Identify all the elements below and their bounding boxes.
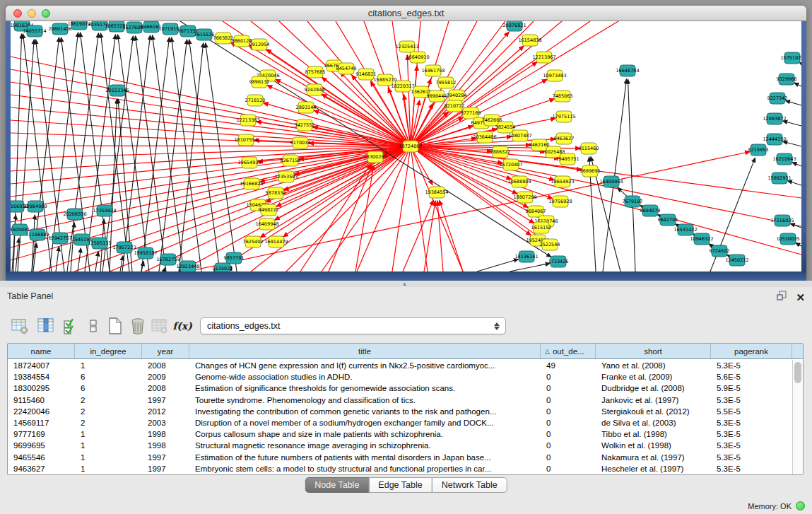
graph-node[interactable]: 7679197 — [623, 196, 643, 207]
graph-node[interactable]: 9463627 — [554, 133, 575, 144]
graph-node[interactable]: 8912954 — [249, 39, 270, 50]
memory-status-icon[interactable] — [796, 501, 805, 510]
graph-node[interactable]: 7615526 — [194, 29, 215, 40]
graph-node[interactable]: 1733426 — [548, 256, 569, 267]
graph-node[interactable]: 7955812 — [436, 77, 457, 88]
network-graph[interactable]: 1872400718816304140557142069140618619074… — [11, 21, 801, 271]
network-canvas[interactable]: 1872400718816304140557142069140618619074… — [11, 21, 801, 271]
graph-node[interactable]: 9498222 — [259, 204, 279, 216]
graph-node[interactable]: 8757685 — [305, 66, 326, 78]
graph-node[interactable]: 7625402 — [243, 236, 264, 247]
graph-node[interactable]: 16961758 — [421, 65, 445, 76]
table-row[interactable]: 1830029562008Estimation of significance … — [8, 382, 792, 394]
graph-node[interactable]: 19654923 — [551, 176, 574, 187]
graph-node[interactable]: 9135022 — [213, 263, 233, 271]
table-row[interactable]: 1938455462009Genome-wide association stu… — [8, 371, 792, 382]
graph-node[interactable]: 16648784 — [616, 65, 639, 76]
graph-node[interactable]: 15751074 — [780, 52, 801, 64]
table-selector-dropdown[interactable]: citations_edges.txt — [200, 317, 506, 334]
graph-node[interactable]: 9242844 — [305, 84, 325, 95]
graph-node[interactable]: 9329966 — [777, 74, 797, 85]
graph-node[interactable]: 7663822 — [213, 33, 234, 44]
table-row[interactable]: 2242004622012Investigating the contribut… — [8, 406, 792, 417]
graph-node[interactable]: 17975115 — [552, 111, 575, 122]
graph-node[interactable]: 7940284 — [447, 90, 467, 101]
tab-network-table[interactable]: Network Table — [432, 477, 507, 493]
column-header-pagerank[interactable]: pagerank — [711, 344, 792, 358]
column-header-year[interactable]: year — [142, 344, 189, 358]
table-row[interactable]: 946554611997Estimation of the future num… — [8, 452, 792, 463]
graph-node[interactable]: 19958187 — [134, 247, 157, 259]
new-column-icon[interactable] — [105, 315, 125, 337]
graph-node[interactable]: 16531422 — [673, 224, 697, 235]
graph-node[interactable]: 16154838 — [518, 35, 541, 46]
graph-node[interactable]: 9115460 — [579, 143, 599, 154]
table-settings-icon[interactable] — [10, 315, 30, 337]
column-header-short[interactable]: short — [596, 344, 711, 358]
graph-node[interactable]: 8215953 — [748, 144, 769, 156]
graph-node[interactable]: 8694079 — [640, 205, 661, 216]
graph-node[interactable]: 12444150 — [763, 134, 786, 145]
graph-node[interactable]: 16210643 — [772, 153, 796, 165]
graph-node[interactable]: 19756928 — [548, 196, 572, 207]
graph-node[interactable]: 17957223 — [112, 242, 136, 253]
graph-node[interactable]: 7485063 — [553, 90, 573, 102]
graph-node[interactable]: 20876821 — [502, 21, 526, 31]
checklist-icon[interactable] — [61, 315, 81, 337]
graph-node[interactable]: 7886322 — [490, 146, 511, 158]
table-row[interactable]: 977716911998Corpus callosum shape and si… — [8, 428, 792, 440]
tab-node-table[interactable]: Node Table — [305, 477, 369, 493]
graph-node[interactable]: 9990444 — [427, 90, 447, 102]
column-header-title[interactable]: title — [189, 344, 541, 358]
graph-node[interactable]: 17216035 — [770, 215, 794, 226]
graph-node[interactable]: 8462160 — [529, 139, 550, 151]
graph-node[interactable]: 12093872 — [763, 113, 786, 124]
table-row[interactable]: 969969511998Structural magnetic resonanc… — [8, 440, 792, 451]
graph-node[interactable]: 3824554 — [495, 122, 516, 133]
column-header-in_degree[interactable]: in_degree — [75, 344, 142, 358]
window-titlebar[interactable]: citations_edges.txt — [6, 6, 806, 21]
graph-node[interactable]: 9857791 — [224, 252, 245, 264]
scrollbar-thumb[interactable] — [794, 362, 801, 383]
table-row[interactable]: 1456911722003Disruption of a novel membe… — [8, 417, 792, 428]
float-panel-icon[interactable] — [776, 290, 787, 304]
column-header-name[interactable]: name — [8, 344, 75, 358]
graph-node[interactable]: 9170034 — [290, 137, 311, 148]
graph-node[interactable]: 17359924 — [93, 205, 116, 216]
close-panel-icon[interactable]: ✕ — [796, 292, 805, 303]
function-builder-icon[interactable]: f(x) — [172, 315, 192, 337]
graph-node[interactable]: 9227342 — [767, 93, 788, 104]
cell-title: Estimation of the future numbers of pati… — [189, 453, 541, 462]
graph-node[interactable]: 3427552 — [295, 119, 315, 131]
graph-node[interactable]: 10688809 — [507, 176, 531, 187]
graph-node[interactable]: 8267150 — [281, 155, 301, 166]
graph-node[interactable]: 14136141 — [514, 251, 538, 262]
horizontal-splitter[interactable]: ▲▼ — [0, 281, 812, 287]
graph-node[interactable]: 15692931 — [767, 173, 791, 184]
graph-node[interactable]: 12942757 — [48, 233, 71, 244]
graph-node[interactable]: 12325413 — [395, 41, 418, 52]
vertical-scrollbar[interactable] — [792, 360, 803, 474]
graph-node[interactable]: 19654938 — [237, 157, 261, 168]
table-row[interactable]: 946362711997Embryonic stem cells: a mode… — [8, 463, 792, 474]
column-header-out_degree[interactable]: △out_de... — [541, 344, 596, 358]
graph-node[interactable]: 12353593 — [274, 171, 298, 182]
graph-node[interactable]: 2522544 — [540, 239, 560, 250]
graph-node[interactable]: 1615152 — [531, 222, 552, 233]
graph-node[interactable]: 5878334 — [266, 187, 286, 199]
table-row[interactable]: 1872400712008Changes of HCN gene express… — [8, 360, 792, 371]
tab-edge-table[interactable]: Edge Table — [368, 477, 432, 493]
graph-node[interactable]: 2803144 — [296, 102, 317, 113]
delete-column-icon[interactable] — [128, 315, 148, 337]
graph-node[interactable]: 9699695 — [580, 165, 601, 177]
graph-node[interactable]: 2718120 — [245, 95, 266, 106]
graph-node[interactable]: 9724502 — [710, 245, 730, 257]
graph-node[interactable]: 9642705 — [658, 214, 678, 226]
graph-node[interactable]: 10946322 — [690, 233, 713, 245]
graph-node[interactable]: 16640910 — [406, 52, 429, 63]
column-visibility-icon[interactable] — [36, 315, 56, 337]
graph-node[interactable]: 8454749 — [336, 63, 357, 74]
row-height-icon[interactable] — [83, 315, 103, 337]
table-row[interactable]: 911546021997Tourette syndrome. Phenomeno… — [8, 395, 792, 406]
graph-node[interactable]: 9896132 — [249, 76, 270, 88]
